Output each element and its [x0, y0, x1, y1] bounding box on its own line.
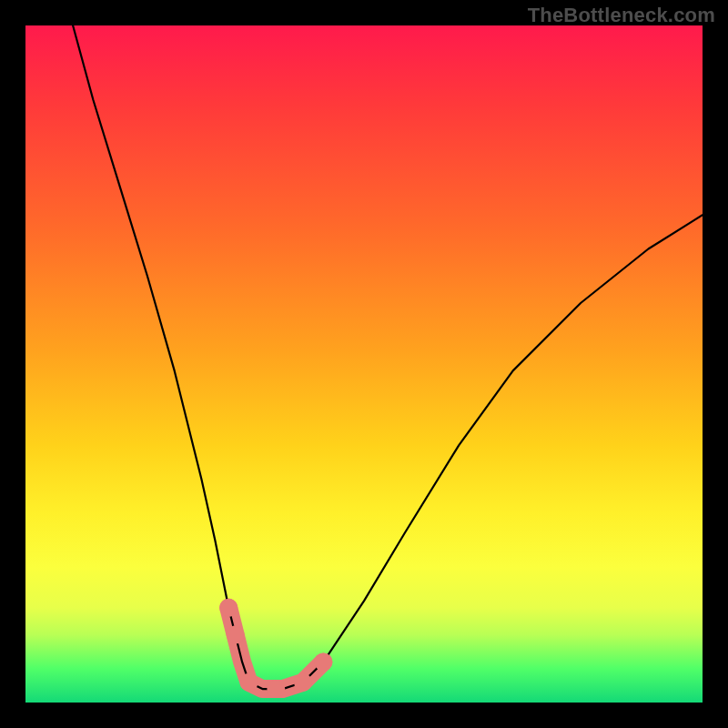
plot-area: [25, 25, 703, 703]
highlight-marker: [240, 673, 258, 692]
watermark-text: TheBottleneck.com: [528, 4, 715, 27]
highlight-marker: [314, 652, 332, 671]
highlight-marker: [227, 626, 245, 644]
chart-frame: TheBottleneck.com: [0, 0, 728, 728]
highlight-marker: [294, 673, 312, 692]
highlight-marker: [267, 680, 285, 698]
chart-svg: [25, 25, 703, 703]
highlight-marker: [219, 599, 238, 617]
bottleneck-curve: [73, 25, 703, 689]
